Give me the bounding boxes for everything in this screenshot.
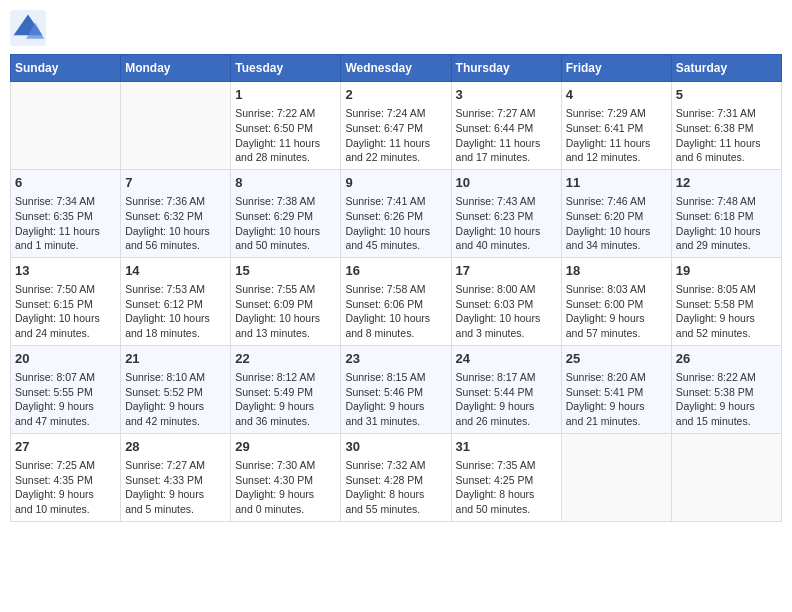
calendar-cell: 8Sunrise: 7:38 AM Sunset: 6:29 PM Daylig…	[231, 169, 341, 257]
logo-icon	[10, 10, 46, 46]
day-number: 17	[456, 262, 557, 280]
calendar-cell: 31Sunrise: 7:35 AM Sunset: 4:25 PM Dayli…	[451, 433, 561, 521]
day-info: Sunrise: 7:25 AM Sunset: 4:35 PM Dayligh…	[15, 458, 116, 517]
logo	[10, 10, 50, 46]
calendar-week-row: 13Sunrise: 7:50 AM Sunset: 6:15 PM Dayli…	[11, 257, 782, 345]
calendar-cell: 26Sunrise: 8:22 AM Sunset: 5:38 PM Dayli…	[671, 345, 781, 433]
weekday-header-sunday: Sunday	[11, 55, 121, 82]
calendar-cell: 10Sunrise: 7:43 AM Sunset: 6:23 PM Dayli…	[451, 169, 561, 257]
calendar-cell: 24Sunrise: 8:17 AM Sunset: 5:44 PM Dayli…	[451, 345, 561, 433]
day-info: Sunrise: 7:48 AM Sunset: 6:18 PM Dayligh…	[676, 194, 777, 253]
calendar-cell: 28Sunrise: 7:27 AM Sunset: 4:33 PM Dayli…	[121, 433, 231, 521]
calendar-cell: 11Sunrise: 7:46 AM Sunset: 6:20 PM Dayli…	[561, 169, 671, 257]
calendar-cell	[561, 433, 671, 521]
day-info: Sunrise: 8:05 AM Sunset: 5:58 PM Dayligh…	[676, 282, 777, 341]
day-info: Sunrise: 7:36 AM Sunset: 6:32 PM Dayligh…	[125, 194, 226, 253]
day-info: Sunrise: 7:31 AM Sunset: 6:38 PM Dayligh…	[676, 106, 777, 165]
day-number: 31	[456, 438, 557, 456]
calendar-cell	[11, 82, 121, 170]
day-info: Sunrise: 7:38 AM Sunset: 6:29 PM Dayligh…	[235, 194, 336, 253]
day-info: Sunrise: 7:50 AM Sunset: 6:15 PM Dayligh…	[15, 282, 116, 341]
calendar-week-row: 6Sunrise: 7:34 AM Sunset: 6:35 PM Daylig…	[11, 169, 782, 257]
calendar-cell: 18Sunrise: 8:03 AM Sunset: 6:00 PM Dayli…	[561, 257, 671, 345]
day-number: 24	[456, 350, 557, 368]
day-number: 19	[676, 262, 777, 280]
calendar-cell: 22Sunrise: 8:12 AM Sunset: 5:49 PM Dayli…	[231, 345, 341, 433]
weekday-header-thursday: Thursday	[451, 55, 561, 82]
day-number: 7	[125, 174, 226, 192]
day-info: Sunrise: 7:29 AM Sunset: 6:41 PM Dayligh…	[566, 106, 667, 165]
day-number: 21	[125, 350, 226, 368]
calendar-cell: 9Sunrise: 7:41 AM Sunset: 6:26 PM Daylig…	[341, 169, 451, 257]
day-info: Sunrise: 8:07 AM Sunset: 5:55 PM Dayligh…	[15, 370, 116, 429]
day-info: Sunrise: 7:46 AM Sunset: 6:20 PM Dayligh…	[566, 194, 667, 253]
calendar-cell: 6Sunrise: 7:34 AM Sunset: 6:35 PM Daylig…	[11, 169, 121, 257]
day-number: 4	[566, 86, 667, 104]
calendar-cell: 20Sunrise: 8:07 AM Sunset: 5:55 PM Dayli…	[11, 345, 121, 433]
day-number: 3	[456, 86, 557, 104]
calendar-cell: 25Sunrise: 8:20 AM Sunset: 5:41 PM Dayli…	[561, 345, 671, 433]
calendar-cell: 1Sunrise: 7:22 AM Sunset: 6:50 PM Daylig…	[231, 82, 341, 170]
day-number: 25	[566, 350, 667, 368]
day-info: Sunrise: 7:34 AM Sunset: 6:35 PM Dayligh…	[15, 194, 116, 253]
calendar-header-row: SundayMondayTuesdayWednesdayThursdayFrid…	[11, 55, 782, 82]
day-info: Sunrise: 8:22 AM Sunset: 5:38 PM Dayligh…	[676, 370, 777, 429]
day-info: Sunrise: 8:17 AM Sunset: 5:44 PM Dayligh…	[456, 370, 557, 429]
day-number: 16	[345, 262, 446, 280]
calendar-cell: 7Sunrise: 7:36 AM Sunset: 6:32 PM Daylig…	[121, 169, 231, 257]
day-number: 10	[456, 174, 557, 192]
calendar-week-row: 20Sunrise: 8:07 AM Sunset: 5:55 PM Dayli…	[11, 345, 782, 433]
calendar-cell: 19Sunrise: 8:05 AM Sunset: 5:58 PM Dayli…	[671, 257, 781, 345]
day-number: 28	[125, 438, 226, 456]
page-header	[10, 10, 782, 46]
day-number: 1	[235, 86, 336, 104]
day-info: Sunrise: 8:12 AM Sunset: 5:49 PM Dayligh…	[235, 370, 336, 429]
day-number: 23	[345, 350, 446, 368]
day-info: Sunrise: 8:00 AM Sunset: 6:03 PM Dayligh…	[456, 282, 557, 341]
day-number: 11	[566, 174, 667, 192]
calendar-table: SundayMondayTuesdayWednesdayThursdayFrid…	[10, 54, 782, 522]
day-info: Sunrise: 7:35 AM Sunset: 4:25 PM Dayligh…	[456, 458, 557, 517]
calendar-week-row: 1Sunrise: 7:22 AM Sunset: 6:50 PM Daylig…	[11, 82, 782, 170]
calendar-cell: 27Sunrise: 7:25 AM Sunset: 4:35 PM Dayli…	[11, 433, 121, 521]
calendar-cell: 13Sunrise: 7:50 AM Sunset: 6:15 PM Dayli…	[11, 257, 121, 345]
calendar-cell: 12Sunrise: 7:48 AM Sunset: 6:18 PM Dayli…	[671, 169, 781, 257]
day-info: Sunrise: 8:20 AM Sunset: 5:41 PM Dayligh…	[566, 370, 667, 429]
day-info: Sunrise: 7:30 AM Sunset: 4:30 PM Dayligh…	[235, 458, 336, 517]
day-number: 8	[235, 174, 336, 192]
day-info: Sunrise: 7:55 AM Sunset: 6:09 PM Dayligh…	[235, 282, 336, 341]
day-info: Sunrise: 7:41 AM Sunset: 6:26 PM Dayligh…	[345, 194, 446, 253]
day-number: 2	[345, 86, 446, 104]
day-info: Sunrise: 8:03 AM Sunset: 6:00 PM Dayligh…	[566, 282, 667, 341]
day-info: Sunrise: 7:32 AM Sunset: 4:28 PM Dayligh…	[345, 458, 446, 517]
day-number: 6	[15, 174, 116, 192]
weekday-header-friday: Friday	[561, 55, 671, 82]
calendar-cell: 29Sunrise: 7:30 AM Sunset: 4:30 PM Dayli…	[231, 433, 341, 521]
calendar-cell: 21Sunrise: 8:10 AM Sunset: 5:52 PM Dayli…	[121, 345, 231, 433]
day-info: Sunrise: 7:27 AM Sunset: 4:33 PM Dayligh…	[125, 458, 226, 517]
day-number: 5	[676, 86, 777, 104]
weekday-header-wednesday: Wednesday	[341, 55, 451, 82]
calendar-week-row: 27Sunrise: 7:25 AM Sunset: 4:35 PM Dayli…	[11, 433, 782, 521]
calendar-cell: 16Sunrise: 7:58 AM Sunset: 6:06 PM Dayli…	[341, 257, 451, 345]
day-info: Sunrise: 7:43 AM Sunset: 6:23 PM Dayligh…	[456, 194, 557, 253]
calendar-cell: 15Sunrise: 7:55 AM Sunset: 6:09 PM Dayli…	[231, 257, 341, 345]
calendar-cell	[121, 82, 231, 170]
calendar-cell: 23Sunrise: 8:15 AM Sunset: 5:46 PM Dayli…	[341, 345, 451, 433]
day-number: 12	[676, 174, 777, 192]
calendar-cell: 4Sunrise: 7:29 AM Sunset: 6:41 PM Daylig…	[561, 82, 671, 170]
day-number: 29	[235, 438, 336, 456]
day-info: Sunrise: 8:15 AM Sunset: 5:46 PM Dayligh…	[345, 370, 446, 429]
calendar-cell: 2Sunrise: 7:24 AM Sunset: 6:47 PM Daylig…	[341, 82, 451, 170]
day-number: 26	[676, 350, 777, 368]
day-number: 27	[15, 438, 116, 456]
calendar-cell: 3Sunrise: 7:27 AM Sunset: 6:44 PM Daylig…	[451, 82, 561, 170]
day-number: 14	[125, 262, 226, 280]
calendar-cell: 17Sunrise: 8:00 AM Sunset: 6:03 PM Dayli…	[451, 257, 561, 345]
weekday-header-monday: Monday	[121, 55, 231, 82]
day-number: 30	[345, 438, 446, 456]
day-info: Sunrise: 7:22 AM Sunset: 6:50 PM Dayligh…	[235, 106, 336, 165]
day-number: 18	[566, 262, 667, 280]
day-number: 13	[15, 262, 116, 280]
calendar-cell: 5Sunrise: 7:31 AM Sunset: 6:38 PM Daylig…	[671, 82, 781, 170]
